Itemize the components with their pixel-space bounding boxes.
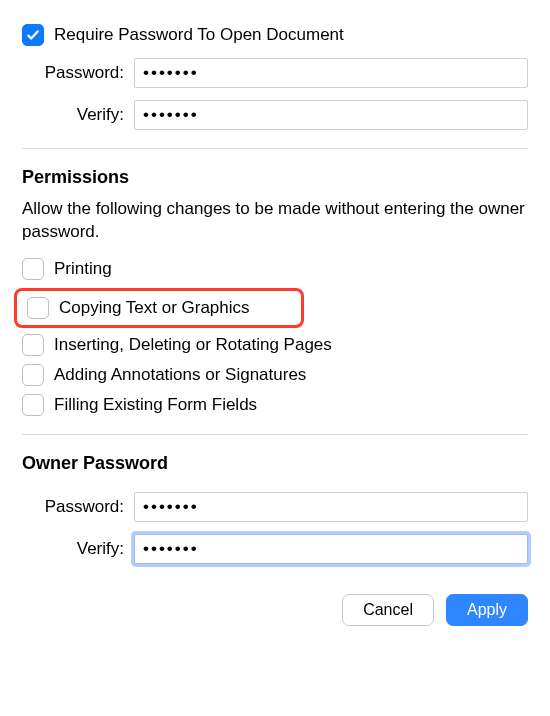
checkmark-icon <box>26 28 40 42</box>
perm-annotations-label: Adding Annotations or Signatures <box>54 365 306 385</box>
perm-printing-checkbox[interactable] <box>22 258 44 280</box>
owner-password-field[interactable] <box>134 492 528 522</box>
open-password-label: Password: <box>22 63 134 83</box>
apply-button[interactable]: Apply <box>446 594 528 626</box>
perm-formfields-checkbox[interactable] <box>22 394 44 416</box>
highlight-copying: Copying Text or Graphics <box>14 288 304 328</box>
permissions-title: Permissions <box>22 167 528 188</box>
open-verify-field[interactable] <box>134 100 528 130</box>
permissions-description: Allow the following changes to be made w… <box>22 198 528 244</box>
require-password-label: Require Password To Open Document <box>54 25 344 45</box>
divider <box>22 434 528 435</box>
open-verify-label: Verify: <box>22 105 134 125</box>
owner-verify-label: Verify: <box>22 539 134 559</box>
perm-inserting-checkbox[interactable] <box>22 334 44 356</box>
open-password-field[interactable] <box>134 58 528 88</box>
cancel-button[interactable]: Cancel <box>342 594 434 626</box>
perm-copying-label: Copying Text or Graphics <box>59 298 250 318</box>
require-password-checkbox[interactable] <box>22 24 44 46</box>
owner-password-label: Password: <box>22 497 134 517</box>
divider <box>22 148 528 149</box>
perm-printing-label: Printing <box>54 259 112 279</box>
perm-formfields-label: Filling Existing Form Fields <box>54 395 257 415</box>
perm-copying-checkbox[interactable] <box>27 297 49 319</box>
owner-password-title: Owner Password <box>22 453 528 474</box>
perm-annotations-checkbox[interactable] <box>22 364 44 386</box>
perm-inserting-label: Inserting, Deleting or Rotating Pages <box>54 335 332 355</box>
owner-verify-field[interactable] <box>134 534 528 564</box>
